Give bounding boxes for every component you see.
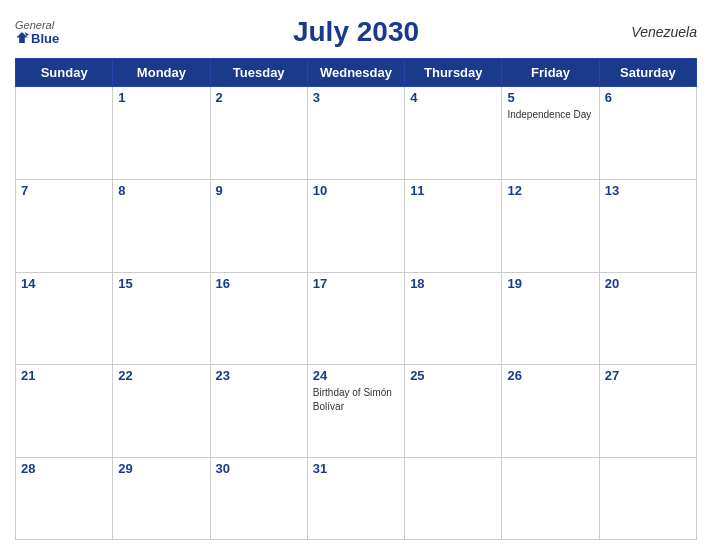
table-row: 16 bbox=[210, 272, 307, 365]
day-number: 9 bbox=[216, 183, 302, 198]
table-row: 29 bbox=[113, 458, 210, 540]
logo-blue-text: Blue bbox=[31, 31, 59, 44]
table-row bbox=[599, 458, 696, 540]
header-monday: Monday bbox=[113, 59, 210, 87]
page-title: July 2030 bbox=[293, 16, 419, 48]
table-row: 26 bbox=[502, 365, 599, 458]
day-number: 14 bbox=[21, 276, 107, 291]
calendar-week-row: 78910111213 bbox=[16, 179, 697, 272]
header-wednesday: Wednesday bbox=[307, 59, 404, 87]
table-row: 20 bbox=[599, 272, 696, 365]
day-number: 3 bbox=[313, 90, 399, 105]
holiday-label: Independence Day bbox=[507, 109, 591, 120]
table-row: 10 bbox=[307, 179, 404, 272]
day-number: 28 bbox=[21, 461, 107, 476]
day-number: 18 bbox=[410, 276, 496, 291]
table-row: 15 bbox=[113, 272, 210, 365]
header-friday: Friday bbox=[502, 59, 599, 87]
day-number: 30 bbox=[216, 461, 302, 476]
header-tuesday: Tuesday bbox=[210, 59, 307, 87]
day-number: 2 bbox=[216, 90, 302, 105]
table-row: 8 bbox=[113, 179, 210, 272]
table-row bbox=[502, 458, 599, 540]
logo-bird-icon bbox=[15, 31, 29, 45]
day-number: 17 bbox=[313, 276, 399, 291]
day-number: 22 bbox=[118, 368, 204, 383]
day-number: 13 bbox=[605, 183, 691, 198]
table-row: 3 bbox=[307, 87, 404, 180]
weekday-header-row: Sunday Monday Tuesday Wednesday Thursday… bbox=[16, 59, 697, 87]
table-row: 2 bbox=[210, 87, 307, 180]
day-number: 6 bbox=[605, 90, 691, 105]
logo-blue-container: Blue bbox=[15, 31, 59, 45]
day-number: 31 bbox=[313, 461, 399, 476]
day-number: 23 bbox=[216, 368, 302, 383]
logo: General Blue bbox=[15, 20, 59, 45]
table-row: 9 bbox=[210, 179, 307, 272]
holiday-label: Birthday of Simón Bolívar bbox=[313, 387, 392, 412]
calendar-week-row: 14151617181920 bbox=[16, 272, 697, 365]
calendar-week-row: 28293031 bbox=[16, 458, 697, 540]
day-number: 19 bbox=[507, 276, 593, 291]
day-number: 27 bbox=[605, 368, 691, 383]
table-row: 14 bbox=[16, 272, 113, 365]
calendar-header: General Blue July 2030 Venezuela bbox=[15, 10, 697, 54]
table-row: 19 bbox=[502, 272, 599, 365]
table-row: 27 bbox=[599, 365, 696, 458]
day-number: 1 bbox=[118, 90, 204, 105]
day-number: 10 bbox=[313, 183, 399, 198]
table-row: 13 bbox=[599, 179, 696, 272]
day-number: 16 bbox=[216, 276, 302, 291]
table-row: 21 bbox=[16, 365, 113, 458]
table-row: 31 bbox=[307, 458, 404, 540]
table-row bbox=[16, 87, 113, 180]
table-row: 6 bbox=[599, 87, 696, 180]
table-row: 1 bbox=[113, 87, 210, 180]
day-number: 20 bbox=[605, 276, 691, 291]
table-row: 24Birthday of Simón Bolívar bbox=[307, 365, 404, 458]
day-number: 24 bbox=[313, 368, 399, 383]
table-row: 25 bbox=[405, 365, 502, 458]
table-row: 4 bbox=[405, 87, 502, 180]
day-number: 26 bbox=[507, 368, 593, 383]
day-number: 21 bbox=[21, 368, 107, 383]
header-thursday: Thursday bbox=[405, 59, 502, 87]
calendar-week-row: 12345Independence Day6 bbox=[16, 87, 697, 180]
table-row: 17 bbox=[307, 272, 404, 365]
day-number: 4 bbox=[410, 90, 496, 105]
day-number: 11 bbox=[410, 183, 496, 198]
day-number: 8 bbox=[118, 183, 204, 198]
table-row bbox=[405, 458, 502, 540]
day-number: 5 bbox=[507, 90, 593, 105]
table-row: 18 bbox=[405, 272, 502, 365]
calendar-week-row: 21222324Birthday of Simón Bolívar252627 bbox=[16, 365, 697, 458]
table-row: 22 bbox=[113, 365, 210, 458]
day-number: 25 bbox=[410, 368, 496, 383]
table-row: 11 bbox=[405, 179, 502, 272]
header-sunday: Sunday bbox=[16, 59, 113, 87]
country-label: Venezuela bbox=[631, 24, 697, 40]
table-row: 28 bbox=[16, 458, 113, 540]
table-row: 7 bbox=[16, 179, 113, 272]
day-number: 7 bbox=[21, 183, 107, 198]
calendar-table: Sunday Monday Tuesday Wednesday Thursday… bbox=[15, 58, 697, 540]
logo-general-text: General bbox=[15, 20, 54, 31]
table-row: 30 bbox=[210, 458, 307, 540]
header-saturday: Saturday bbox=[599, 59, 696, 87]
day-number: 29 bbox=[118, 461, 204, 476]
day-number: 12 bbox=[507, 183, 593, 198]
table-row: 12 bbox=[502, 179, 599, 272]
table-row: 23 bbox=[210, 365, 307, 458]
day-number: 15 bbox=[118, 276, 204, 291]
table-row: 5Independence Day bbox=[502, 87, 599, 180]
